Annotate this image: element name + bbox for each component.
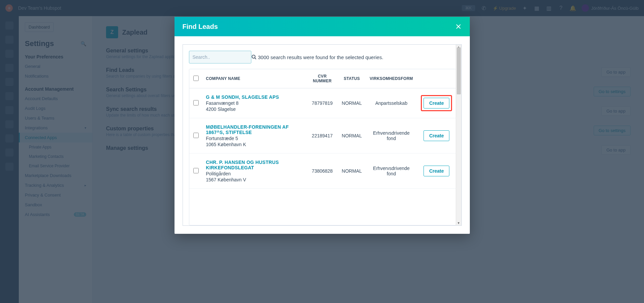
inner-frame: ▲ ▼ 3000 search results were found for t… bbox=[183, 44, 462, 226]
search-input[interactable] bbox=[193, 54, 251, 60]
modal-title: Find Leads bbox=[183, 23, 218, 31]
row-select-cell bbox=[189, 154, 203, 189]
company-cell: CHR. P. HANSEN OG HUSTRUS KIRKEFONDSLEGA… bbox=[203, 154, 306, 189]
address-line-1: Fasanvænget 8 bbox=[206, 100, 303, 106]
company-name-link[interactable]: G & M SONDH, SLAGELSE ApS bbox=[206, 94, 303, 100]
col-cvr: CVR NUMMER bbox=[306, 69, 338, 88]
highlight-box: Create bbox=[421, 95, 452, 111]
row-checkbox[interactable] bbox=[193, 168, 199, 173]
find-leads-modal: Find Leads ▲ ▼ bbox=[175, 17, 470, 234]
results-table-wrap: COMPANY NAME CVR NUMMER STATUS VIRKSOMHE… bbox=[189, 69, 456, 225]
table-row: CHR. P. HANSEN OG HUSTRUS KIRKEFONDSLEGA… bbox=[189, 154, 456, 189]
address-line-1: Politigården bbox=[206, 171, 303, 176]
scroll-thumb[interactable] bbox=[457, 47, 461, 94]
create-button[interactable]: Create bbox=[424, 98, 450, 109]
search-box[interactable] bbox=[189, 51, 251, 63]
company-cell: G & M SONDH, SLAGELSE ApSFasanvænget 842… bbox=[203, 88, 306, 118]
cvr-cell: 78797819 bbox=[306, 88, 338, 118]
create-button[interactable]: Create bbox=[424, 130, 450, 141]
action-cell: Create bbox=[417, 88, 456, 118]
status-cell: NORMAL bbox=[338, 154, 365, 189]
address-line-1: Fortunstræde 5 bbox=[206, 136, 303, 141]
status-cell: NORMAL bbox=[338, 88, 365, 118]
address-line-2: 1567 København V bbox=[206, 177, 303, 182]
scroll-down-arrow-icon[interactable]: ▼ bbox=[456, 221, 461, 225]
col-action bbox=[417, 69, 456, 88]
row-select-cell bbox=[189, 88, 203, 118]
action-cell: Create bbox=[417, 118, 456, 154]
form-cell: Erhvervsdrivende fond bbox=[365, 154, 417, 189]
results-table: COMPANY NAME CVR NUMMER STATUS VIRKSOMHE… bbox=[189, 69, 456, 189]
row-select-cell bbox=[189, 118, 203, 154]
col-select bbox=[189, 69, 203, 88]
select-all-checkbox[interactable] bbox=[193, 76, 199, 81]
table-scroll[interactable]: COMPANY NAME CVR NUMMER STATUS VIRKSOMHE… bbox=[189, 69, 456, 225]
company-name-link[interactable]: MØBELHANDLER-FORENINGEN AF 1867^S, STIFT… bbox=[206, 124, 303, 135]
form-cell: Anpartsselskab bbox=[365, 88, 417, 118]
cvr-cell: 22189417 bbox=[306, 118, 338, 154]
company-name-link[interactable]: CHR. P. HANSEN OG HUSTRUS KIRKEFONDSLEGA… bbox=[206, 160, 303, 170]
table-row: G & M SONDH, SLAGELSE ApSFasanvænget 842… bbox=[189, 88, 456, 118]
modal-header: Find Leads bbox=[175, 17, 470, 36]
frame-scrollbar[interactable]: ▲ ▼ bbox=[456, 45, 461, 225]
svg-point-2 bbox=[252, 55, 255, 58]
status-cell: NORMAL bbox=[338, 118, 365, 154]
results-count-text: 3000 search results were found for the s… bbox=[258, 54, 384, 60]
cvr-cell: 73806828 bbox=[306, 154, 338, 189]
create-button[interactable]: Create bbox=[424, 166, 450, 176]
form-cell: Erhvervsdrivende fond bbox=[365, 118, 417, 154]
close-icon[interactable] bbox=[455, 23, 462, 30]
modal-toolbar: 3000 search results were found for the s… bbox=[189, 51, 459, 63]
company-cell: MØBELHANDLER-FORENINGEN AF 1867^S, STIFT… bbox=[203, 118, 306, 154]
address-line-2: 4200 Slagelse bbox=[206, 106, 303, 112]
modal-overlay: Find Leads ▲ ▼ bbox=[0, 0, 644, 303]
address-line-2: 1065 København K bbox=[206, 142, 303, 147]
col-status: STATUS bbox=[338, 69, 365, 88]
row-checkbox[interactable] bbox=[193, 100, 199, 105]
modal-body: ▲ ▼ 3000 search results were found for t… bbox=[175, 36, 470, 234]
table-row: MØBELHANDLER-FORENINGEN AF 1867^S, STIFT… bbox=[189, 118, 456, 154]
row-checkbox[interactable] bbox=[193, 133, 199, 138]
col-company: COMPANY NAME bbox=[203, 69, 306, 88]
search-icon[interactable] bbox=[251, 54, 256, 60]
svg-line-3 bbox=[255, 58, 256, 59]
action-cell: Create bbox=[417, 154, 456, 189]
col-form: VIRKSOMHEDSFORM bbox=[365, 69, 417, 88]
